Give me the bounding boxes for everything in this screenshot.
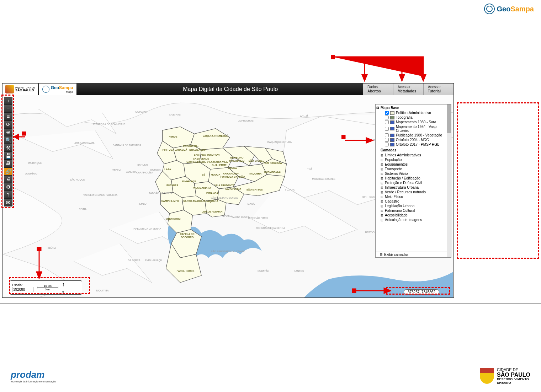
category-label: Transporte [385, 167, 402, 171]
category-label: Acessibilidade [385, 213, 408, 217]
svg-marker-5 [14, 134, 18, 139]
layer-category[interactable]: Verde / Recursos naturais [376, 190, 450, 194]
page-footer: prodam tecnologia da informação e comuni… [0, 367, 541, 385]
neighbor-label: EMBU-GUAÇU [145, 259, 162, 262]
layer-swatch-icon [390, 116, 394, 119]
nav-metadados[interactable]: Acessar Metadados [393, 84, 423, 95]
nav-tutorial[interactable]: Acessar Tutorial [423, 84, 454, 95]
map-container: PREFEITURA DE SÃO PAULO GeoSampa Mapa Ma… [2, 83, 454, 298]
nav-dados-abertos[interactable]: Dados Abertos [363, 84, 393, 95]
export-button[interactable]: 🖶 [4, 160, 12, 167]
layer-checkbox[interactable] [385, 138, 389, 142]
share-button[interactable]: 🔗 [4, 167, 12, 175]
district-label: VILA PRUDENTE [214, 184, 234, 187]
neighbor-label: CUBATÃO [258, 269, 270, 272]
nav-l2: Metadados [398, 89, 419, 93]
district-label: SANTO AMARO [183, 200, 202, 202]
geosampa-top-logo: GeoSampa [484, 4, 534, 14]
neighbor-label: POÁ [307, 167, 312, 170]
district-label: ITAIM PAULISTA [262, 162, 282, 164]
layer-label: Mapeamento 1954 - Vasp Cruzeiro [396, 125, 450, 133]
locate-button[interactable]: ⊕ [4, 128, 12, 136]
layer-category[interactable]: Patrimonio Cultural [376, 208, 450, 213]
district-label: CIDADE ADEMAR [202, 210, 223, 213]
scale-label: Escala: [12, 283, 33, 287]
history-button[interactable]: ⟳ [4, 120, 12, 128]
district-label: PINHEIROS [182, 180, 196, 183]
prefeitura-logo[interactable]: PREFEITURA DE SÃO PAULO [2, 84, 38, 95]
base-layer-item[interactable]: Político-Administrativo [376, 111, 450, 115]
layer-category[interactable]: Transporte [376, 167, 450, 171]
layer-swatch-icon [390, 143, 394, 146]
layer-panel[interactable]: Mapa Base Político-Administrativo Topogr… [375, 104, 451, 258]
layer-category[interactable]: Equipamentos [376, 162, 450, 167]
annotation-arrow-coords [352, 287, 391, 294]
logo-geo: Geo [497, 5, 511, 13]
district-label: JAÇANA-TREMEMBÉ [203, 134, 228, 138]
neighbor-label: SUZANO [285, 188, 296, 191]
map-title: Mapa Digital da Cidade de São Paulo [76, 86, 363, 92]
tools-button[interactable]: ⚒ [4, 144, 12, 152]
layer-category[interactable]: Articulação de Imagens [376, 218, 450, 222]
base-layer-item[interactable]: Mapeamento 1954 - Vasp Cruzeiro [376, 124, 450, 133]
layer-label: Ortofoto 2017 - PMSP RGB [396, 143, 440, 146]
neighbor-label: DIADEMA [221, 215, 232, 218]
neighbor-label: SANTO ANDRÉ [232, 216, 249, 219]
category-label: Cadastro [385, 199, 399, 203]
neighbor-label: CAIEIRAS [169, 113, 181, 116]
layer-label: Político-Administrativo [396, 111, 431, 115]
district-label: VILA MARIANA [193, 187, 211, 189]
zoom-in-button[interactable]: + [4, 97, 12, 105]
layer-scrollbar[interactable] [447, 104, 451, 257]
geosampa-header-logo[interactable]: GeoSampa Mapa [39, 84, 77, 95]
layer-checkbox[interactable] [385, 127, 389, 131]
contact-button[interactable]: ✉ [4, 199, 12, 206]
base-layer-item[interactable]: Ortofoto 2004 - MDC [376, 138, 450, 142]
district-label: SÃO MIGUEL [249, 159, 265, 162]
search-button[interactable]: 🔍 [4, 136, 12, 144]
neighbor-label: GUARULHOS [238, 119, 254, 122]
layer-category[interactable]: Proteção e Defesa Civil [376, 181, 450, 185]
layer-checkbox[interactable] [385, 120, 389, 124]
district-label: SÃO MATEUS [246, 188, 263, 191]
category-label: Proteção e Defesa Civil [385, 181, 422, 185]
scale-input[interactable] [12, 287, 33, 292]
layer-category[interactable]: Cadastro [376, 199, 450, 204]
layer-checkbox[interactable] [385, 133, 389, 137]
neighbor-label: ITAPEVI [112, 169, 121, 171]
base-layer-item[interactable]: Topografia [376, 115, 450, 120]
layer-checkbox[interactable] [385, 111, 389, 115]
zoom-out-button[interactable]: − [4, 105, 12, 113]
layer-category[interactable]: Limites Administrativos [376, 153, 450, 157]
help-button[interactable]: ? [4, 191, 12, 199]
category-label: Sistema Viário [385, 172, 408, 176]
layer-category[interactable]: Legislação Urbana [376, 204, 450, 208]
cidade-sp-logo: CIDADE DE SÃO PAULO DESENVOLVIMENTO URBA… [480, 367, 530, 385]
base-layer-item[interactable]: Mapeamento 1930 - Sara [376, 120, 450, 124]
neighbor-label: EMBU [139, 203, 147, 205]
layer-category[interactable]: População [376, 157, 450, 162]
nav-l2: Tutorial [428, 89, 449, 93]
print-button[interactable]: 🖨 [4, 175, 12, 183]
layer-category[interactable]: Sistema Viário [376, 171, 450, 176]
layer-category[interactable]: Acessibilidade [376, 213, 450, 218]
svg-rect-3 [331, 55, 334, 59]
prodam-logo: prodam tecnologia da informação e comuni… [11, 369, 56, 383]
base-map-title[interactable]: Mapa Base [376, 105, 450, 111]
layer-checkbox[interactable] [385, 143, 389, 146]
layer-category[interactable]: Infraestrutura Urbana [376, 185, 450, 190]
save-button[interactable]: 💾 [4, 152, 12, 160]
district-label: ARICANDUVA- [223, 172, 240, 175]
layer-category[interactable]: Meio Físico [376, 194, 450, 199]
base-layer-item[interactable]: Publicação 1988 - Vegetação [376, 133, 450, 138]
settings-button[interactable]: ⚙ [4, 183, 12, 191]
exibir-camadas[interactable]: Exibir camadas [376, 252, 447, 257]
layer-category[interactable]: Habitação / Edificação [376, 176, 450, 181]
layer-checkbox[interactable] [385, 116, 389, 119]
neighbor-label: MAIRINQUE [28, 162, 42, 165]
base-layer-item[interactable]: Ortofoto 2017 - PMSP RGB [376, 142, 450, 147]
neighbor-label: MOGI DAS CRUZES [312, 178, 335, 180]
cidade-l4: URBANO [497, 381, 530, 385]
layers-button[interactable]: ≡ [4, 113, 12, 120]
nav-l1: Dados [367, 85, 389, 89]
